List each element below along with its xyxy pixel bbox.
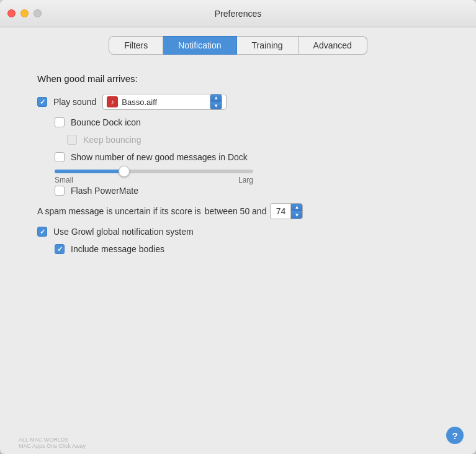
- spam-score-value: 74: [271, 206, 290, 216]
- titlebar: Preferences: [0, 0, 476, 27]
- preferences-window: Preferences Filters Notification Trainin…: [0, 0, 476, 454]
- help-button[interactable]: ?: [446, 427, 464, 444]
- maximize-button[interactable]: [34, 9, 42, 17]
- slider-thumb[interactable]: [119, 166, 130, 177]
- bounce-dock-checkbox[interactable]: [55, 117, 65, 127]
- slider-max-label: Larg: [238, 176, 253, 184]
- keep-bouncing-label: Keep bouncing: [83, 135, 141, 145]
- bounce-dock-label: Bounce Dock icon: [71, 117, 141, 127]
- tab-filters[interactable]: Filters: [109, 36, 163, 55]
- tab-training[interactable]: Training: [237, 36, 299, 55]
- show-number-row: Show number of new good messages in Dock: [55, 152, 457, 162]
- flash-powermate-row: Flash PowerMate: [55, 186, 457, 196]
- include-bodies-label: Include message bodies: [71, 244, 164, 254]
- show-number-checkbox[interactable]: [55, 152, 65, 162]
- growl-label: Use Growl global notification system: [53, 227, 194, 237]
- spam-score-down[interactable]: ▼: [291, 211, 302, 219]
- window-title: Preferences: [215, 9, 261, 19]
- bounce-dock-row: Bounce Dock icon: [55, 117, 457, 127]
- slider-labels: Small Larg: [55, 176, 253, 184]
- play-sound-label: Play sound: [53, 97, 96, 107]
- watermark-line1: ALL MAC WORLDS: [19, 437, 86, 443]
- sound-stepper-down[interactable]: ▼: [210, 102, 222, 109]
- minimize-button[interactable]: [20, 9, 29, 17]
- spam-section: A spam message is uncertain if its score…: [37, 203, 457, 219]
- traffic-lights: [7, 9, 42, 17]
- tab-advanced[interactable]: Advanced: [299, 36, 367, 55]
- sound-stepper-up[interactable]: ▲: [210, 94, 222, 102]
- flash-powermate-checkbox[interactable]: [55, 186, 65, 196]
- include-bodies-row: Include message bodies: [55, 244, 457, 254]
- show-number-label: Show number of new good messages in Dock: [71, 152, 248, 162]
- spam-score-steppers: ▲ ▼: [290, 204, 302, 219]
- growl-row: Use Growl global notification system: [37, 227, 457, 237]
- keep-bouncing-checkbox[interactable]: [67, 135, 77, 145]
- spam-text2: between 50 and: [205, 206, 267, 216]
- include-bodies-checkbox[interactable]: [55, 244, 65, 254]
- main-content: When good mail arrives: Play sound Basso…: [0, 61, 476, 454]
- sound-stepper[interactable]: ▲ ▼: [210, 94, 222, 110]
- close-button[interactable]: [7, 9, 16, 17]
- sound-file-icon: [107, 96, 118, 107]
- size-slider-container: Small Larg: [55, 170, 253, 184]
- section-title: When good mail arrives:: [37, 73, 457, 84]
- watermark-line2: MAC Apps One Click Away: [19, 443, 86, 449]
- slider-track: [55, 170, 253, 173]
- keep-bouncing-row: Keep bouncing: [67, 135, 457, 145]
- growl-checkbox[interactable]: [37, 227, 47, 237]
- tabs-container: Filters Notification Training Advanced: [0, 27, 476, 61]
- sound-file-name: Basso.aiff: [122, 98, 206, 107]
- slider-fill: [55, 170, 124, 173]
- spam-text1: A spam message is uncertain if its score…: [37, 206, 201, 216]
- spam-score-up[interactable]: ▲: [291, 204, 302, 211]
- tab-notification[interactable]: Notification: [163, 36, 236, 55]
- sound-dropdown[interactable]: Basso.aiff ▲ ▼: [102, 94, 227, 110]
- slider-min-label: Small: [55, 176, 73, 184]
- spam-score-field: 74 ▲ ▼: [270, 203, 303, 219]
- flash-powermate-label: Flash PowerMate: [71, 186, 138, 196]
- play-sound-row: Play sound Basso.aiff ▲ ▼: [37, 94, 457, 110]
- watermark: ALL MAC WORLDS MAC Apps One Click Away: [19, 437, 86, 449]
- play-sound-checkbox[interactable]: [37, 97, 47, 107]
